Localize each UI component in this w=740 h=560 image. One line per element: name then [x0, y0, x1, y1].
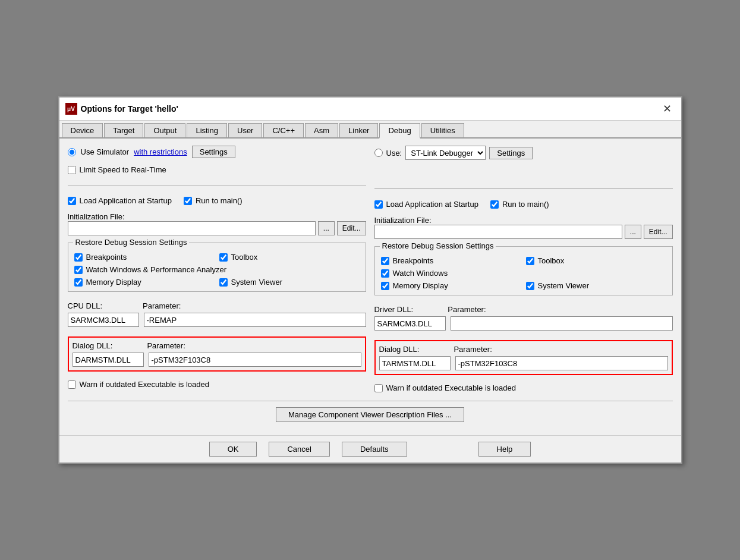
- two-column-layout: Use Simulator with restrictions Settings…: [68, 146, 673, 392]
- use-simulator-radio[interactable]: [68, 148, 76, 156]
- system-viewer-row-left: System Viewer: [219, 278, 360, 287]
- toolbox-label-right: Toolbox: [538, 256, 565, 265]
- warn-checkbox-right[interactable]: [374, 384, 383, 392]
- close-button[interactable]: ✕: [659, 101, 675, 117]
- breakpoints-checkbox-right[interactable]: [381, 257, 389, 265]
- manage-button[interactable]: Manage Component Viewer Description File…: [276, 407, 464, 422]
- tab-target[interactable]: Target: [104, 123, 143, 137]
- dialog-param-input-left[interactable]: [149, 353, 361, 367]
- browse-button-left[interactable]: ...: [318, 221, 335, 235]
- tab-cpp[interactable]: C/C++: [263, 123, 304, 137]
- cpu-dll-label: CPU DLL:: [68, 301, 103, 310]
- warn-label-right: Warn if outdated Executable is loaded: [386, 383, 517, 392]
- limit-speed-row: Limit Speed to Real-Time: [68, 165, 366, 174]
- window-title: Options for Target 'hello': [81, 104, 178, 114]
- tab-linker[interactable]: Linker: [339, 123, 378, 137]
- run-to-main-checkbox-left[interactable]: [184, 197, 192, 205]
- toolbox-checkbox-right[interactable]: [526, 257, 534, 265]
- defaults-button[interactable]: Defaults: [342, 442, 407, 457]
- dialog-param-label-left: Parameter:: [147, 341, 185, 350]
- init-file-row-right: ... Edit...: [374, 225, 673, 239]
- driver-param-input[interactable]: [451, 316, 673, 331]
- load-app-checkbox-left[interactable]: [68, 197, 76, 205]
- restore-group-label-left: Restore Debug Session Settings: [73, 238, 190, 247]
- memory-display-label-left: Memory Display: [86, 278, 141, 287]
- watch-windows-label-right: Watch Windows: [393, 269, 448, 278]
- tab-asm[interactable]: Asm: [305, 123, 338, 137]
- use-label: Use:: [386, 149, 402, 158]
- system-viewer-label-right: System Viewer: [538, 281, 589, 290]
- load-app-checkbox-right[interactable]: [374, 200, 383, 209]
- use-debugger-row: Use: ST-Link Debugger Settings: [374, 146, 673, 160]
- browse-button-right[interactable]: ...: [625, 225, 641, 239]
- cancel-button[interactable]: Cancel: [269, 442, 329, 457]
- edit-button-left[interactable]: Edit...: [337, 221, 366, 235]
- memory-display-row-left: Memory Display: [74, 278, 215, 287]
- init-file-input-right[interactable]: [374, 225, 622, 239]
- tab-debug[interactable]: Debug: [379, 123, 420, 139]
- load-app-row-right: Load Application at Startup: [374, 200, 478, 209]
- with-restrictions-link[interactable]: with restrictions: [134, 147, 187, 156]
- limit-speed-checkbox[interactable]: [68, 166, 76, 174]
- cpu-dll-section: CPU DLL: Parameter:: [68, 301, 366, 327]
- dialog-dll-label-right: Dialog DLL:: [379, 345, 420, 354]
- left-settings-button[interactable]: Settings: [192, 146, 235, 158]
- init-file-input-left[interactable]: [68, 221, 316, 235]
- debugger-select[interactable]: ST-Link Debugger: [405, 146, 486, 160]
- main-window: μV Options for Target 'hello' ✕ Device T…: [58, 96, 682, 464]
- toolbox-checkbox-left[interactable]: [219, 253, 228, 262]
- driver-dll-input[interactable]: [374, 316, 446, 331]
- run-to-main-row-right: Run to main(): [490, 200, 549, 209]
- watch-windows-row-left: Watch Windows & Performance Analyzer: [74, 265, 360, 274]
- system-viewer-row-right: System Viewer: [526, 281, 666, 290]
- restore-group-right: Restore Debug Session Settings Breakpoin…: [374, 246, 673, 295]
- memory-display-row-right: Memory Display: [381, 281, 521, 290]
- breakpoints-checkbox-left[interactable]: [74, 253, 83, 262]
- dialog-dll-section-left: Dialog DLL: Parameter:: [68, 336, 366, 372]
- run-to-main-label-left: Run to main(): [196, 196, 243, 205]
- title-bar: μV Options for Target 'hello' ✕: [59, 97, 681, 121]
- run-to-main-label-right: Run to main(): [502, 200, 549, 209]
- watch-windows-checkbox-right[interactable]: [381, 269, 389, 278]
- init-file-section-right: Initialization File: ... Edit...: [374, 213, 673, 239]
- tab-user[interactable]: User: [228, 123, 262, 137]
- init-file-section-left: Initialization File: ... Edit...: [68, 210, 366, 235]
- use-simulator-label: Use Simulator: [81, 147, 130, 156]
- tab-listing[interactable]: Listing: [187, 123, 227, 137]
- use-simulator-row: Use Simulator with restrictions Settings: [68, 146, 366, 158]
- toolbox-row-left: Toolbox: [219, 253, 360, 262]
- restore-group-left: Restore Debug Session Settings Breakpoin…: [68, 243, 366, 292]
- watch-windows-checkbox-left[interactable]: [74, 266, 83, 274]
- ok-button[interactable]: OK: [209, 442, 257, 457]
- dialog-param-input-right[interactable]: [455, 356, 668, 370]
- load-app-row-left: Load Application at Startup: [68, 196, 172, 205]
- tab-device[interactable]: Device: [62, 123, 103, 137]
- memory-display-checkbox-right[interactable]: [381, 282, 389, 290]
- cpu-dll-input[interactable]: [68, 313, 139, 327]
- driver-param-label: Parameter:: [448, 305, 486, 314]
- restore-group-label-right: Restore Debug Session Settings: [380, 241, 496, 250]
- dialog-dll-input-left[interactable]: [73, 353, 144, 367]
- help-button[interactable]: Help: [478, 442, 531, 457]
- cpu-param-input[interactable]: [144, 313, 366, 327]
- use-debugger-radio[interactable]: [374, 149, 383, 157]
- run-to-main-checkbox-right[interactable]: [490, 200, 499, 209]
- warn-checkbox-left[interactable]: [68, 380, 76, 389]
- dialog-dll-input-right[interactable]: [379, 356, 451, 370]
- system-viewer-checkbox-right[interactable]: [526, 282, 534, 290]
- breakpoints-label-right: Breakpoints: [393, 256, 434, 265]
- load-app-label-right: Load Application at Startup: [386, 200, 478, 209]
- memory-display-checkbox-left[interactable]: [74, 278, 83, 287]
- edit-button-right[interactable]: Edit...: [644, 225, 673, 239]
- system-viewer-checkbox-left[interactable]: [219, 278, 228, 287]
- dialog-dll-section-right: Dialog DLL: Parameter:: [374, 340, 673, 375]
- init-file-label-left: Initialization File:: [68, 212, 366, 221]
- tab-bar: Device Target Output Listing User C/C++ …: [59, 121, 681, 139]
- init-file-row-left: ... Edit...: [68, 221, 366, 235]
- main-content: Use Simulator with restrictions Settings…: [59, 139, 681, 435]
- right-settings-button[interactable]: Settings: [489, 147, 533, 159]
- breakpoints-row-left: Breakpoints: [74, 253, 215, 262]
- tab-utilities[interactable]: Utilities: [421, 123, 464, 137]
- footer: OK Cancel Defaults Help: [59, 435, 681, 463]
- tab-output[interactable]: Output: [144, 123, 185, 137]
